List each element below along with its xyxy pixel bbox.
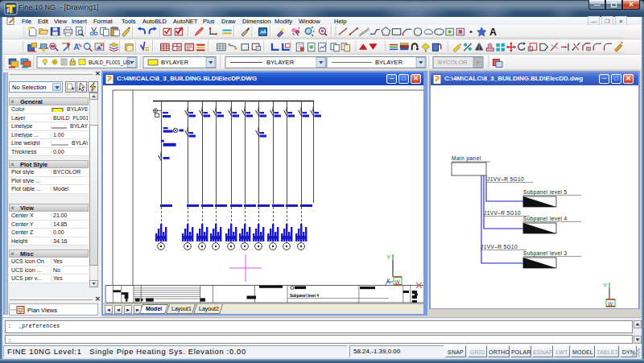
- svg-text:W: W: [395, 279, 401, 285]
- svg-text:J1VV–R 5G10: J1VV–R 5G10: [481, 244, 518, 250]
- svg-text:Y: Y: [603, 282, 608, 289]
- svg-text:Subpanel level 4: Subpanel level 4: [523, 216, 567, 222]
- svg-text:BYLAYER: BYLAYER: [266, 59, 295, 66]
- svg-text:Plan Views: Plan Views: [27, 307, 57, 314]
- svg-text:Subpanel level 5: Subpanel level 5: [523, 189, 567, 196]
- svg-text:Y: Y: [386, 254, 391, 261]
- svg-text:W: W: [608, 301, 613, 307]
- svg-text:BYLAYER: BYLAYER: [375, 59, 403, 66]
- svg-text:J1VV–R 5G10: J1VV–R 5G10: [487, 176, 524, 182]
- svg-text:Subpanel level 4: Subpanel level 4: [290, 294, 319, 298]
- svg-text:Subpanel level 3: Subpanel level 3: [523, 250, 567, 257]
- svg-text:BUILD_FL001_US: BUILD_FL001_US: [89, 60, 130, 66]
- svg-text:BYCOLOR: BYCOLOR: [438, 59, 468, 66]
- svg-text:Main panel: Main panel: [452, 155, 481, 162]
- svg-text:BYLAYER: BYLAYER: [161, 59, 189, 66]
- svg-text:A: A: [489, 27, 497, 38]
- svg-text:J1VV–R 5G10: J1VV–R 5G10: [484, 210, 521, 216]
